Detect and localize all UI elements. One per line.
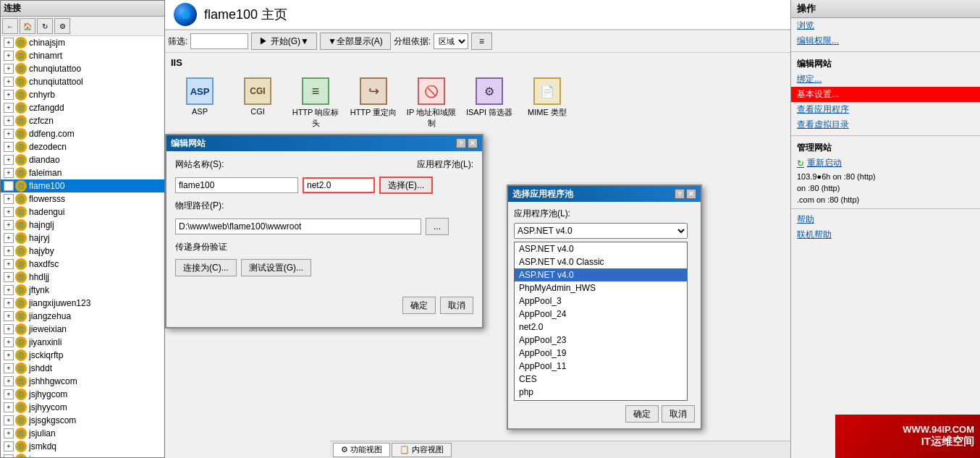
tree-expand-icon[interactable]: + (4, 272, 14, 282)
tree-expand-icon[interactable]: + (4, 233, 14, 243)
action-online-help[interactable]: 联机帮助 (791, 227, 980, 242)
tree-expand-icon[interactable]: + (4, 38, 14, 48)
tree-expand-icon[interactable]: + (4, 350, 14, 360)
tree-expand-icon[interactable]: + (4, 220, 14, 230)
tree-item-hajyby[interactable]: + 🌐 hajyby (1, 245, 164, 258)
action-basic-settings[interactable]: 基本设置... (791, 87, 980, 102)
tree-item-chinajsjm[interactable]: + 🌐 chinajsjm (1, 36, 164, 49)
tree-item-chunqiutattool[interactable]: + 🌐 chunqiutattool (1, 75, 164, 88)
cancel-btn[interactable]: 取消 (440, 297, 473, 314)
ok-btn[interactable]: 确定 (402, 297, 436, 314)
pool-item-ASP.NET-v4.0[interactable]: ASP.NET v4.0 (515, 242, 687, 255)
tree-expand-icon[interactable]: + (4, 77, 14, 87)
action-bindings[interactable]: 绑定... (791, 72, 980, 87)
tree-item-hhdljj[interactable]: + 🌐 hhdljj (1, 271, 164, 284)
start-btn[interactable]: ▶ 开始(G)▼ (251, 33, 317, 50)
iis-icon-asp[interactable]: ASP ASP (174, 77, 226, 129)
action-help[interactable]: 帮助 (791, 212, 980, 227)
tree-item-jsjsgkgscom[interactable]: + 🌐 jsjsgkgscom (1, 414, 164, 427)
tab-feature-view[interactable]: ⚙ 功能视图 (333, 443, 390, 457)
iis-icon-mime-types[interactable]: 📄 MIME 类型 (521, 77, 573, 129)
apppool-question-btn[interactable]: ? (675, 189, 685, 199)
tree-expand-icon[interactable]: + (4, 181, 14, 191)
tree-expand-icon[interactable]: + (4, 402, 14, 412)
action-view-apps[interactable]: 查看应用程序 (791, 102, 980, 117)
tab-content-view[interactable]: 📋 内容视图 (392, 443, 452, 457)
pool-item-AppPool_19[interactable]: AppPool_19 (515, 347, 687, 360)
iis-icon-isapi-filters[interactable]: ⚙ ISAPI 筛选器 (463, 77, 515, 129)
action-view-vdir[interactable]: 查看虚拟目录 (791, 117, 980, 132)
tree-item-hajnglj[interactable]: + 🌐 hajnglj (1, 219, 164, 232)
tree-expand-icon[interactable]: + (4, 194, 14, 204)
tree-item-haxdfsc[interactable]: + 🌐 haxdfsc (1, 258, 164, 271)
iis-icon-cgi[interactable]: CGI CGI (232, 77, 284, 129)
tree-expand-icon[interactable]: + (4, 142, 14, 152)
tree-item-jiyanxinli[interactable]: + 🌐 jiyanxinli (1, 336, 164, 349)
tree-expand-icon[interactable]: + (4, 376, 14, 386)
tree-expand-icon[interactable]: + (4, 363, 14, 373)
tree-item-cnhyrb[interactable]: + 🌐 cnhyrb (1, 88, 164, 101)
tree-item-jsmkdq[interactable]: + 🌐 jsmkdq (1, 440, 164, 453)
tree-item-chinamrt[interactable]: + 🌐 chinamrt (1, 49, 164, 62)
site-name-input[interactable] (175, 177, 298, 193)
tree-item-czfczn[interactable]: + 🌐 czfczn (1, 114, 164, 127)
action-restart[interactable]: ↻重新启动 (791, 156, 980, 171)
tree-item-jsjulian[interactable]: + 🌐 jsjulian (1, 427, 164, 440)
pool-item-net2.0[interactable]: net2.0 (515, 321, 687, 334)
action-edit-permissions[interactable]: 编辑权限... (791, 33, 980, 48)
tree-item-hajryj[interactable]: + 🌐 hajryj (1, 232, 164, 245)
tree-item-jftynk[interactable]: + 🌐 jftynk (1, 284, 164, 297)
titlebar-close-btn[interactable]: ✕ (468, 138, 478, 148)
tree-item-jsjhygcom[interactable]: + 🌐 jsjhygcom (1, 388, 164, 401)
tree-expand-icon[interactable]: + (4, 51, 14, 61)
tree-item-jsjhyycom[interactable]: + 🌐 jsjhyycom (1, 401, 164, 414)
tree-expand-icon[interactable]: + (4, 246, 14, 256)
tree-expand-icon[interactable]: + (4, 311, 14, 321)
tree-expand-icon[interactable]: + (4, 155, 14, 165)
tree-expand-icon[interactable]: + (4, 428, 14, 438)
toolbar-settings-btn[interactable]: ⚙ (54, 18, 70, 34)
tree-item-czfangdd[interactable]: + 🌐 czfangdd (1, 101, 164, 114)
group-by-select[interactable]: 区域 (434, 33, 468, 49)
tree-expand-icon[interactable]: + (4, 285, 14, 295)
pool-ok-btn[interactable]: 确定 (625, 405, 659, 423)
tree-expand-icon[interactable]: + (4, 168, 14, 178)
iis-icon-http-redirect[interactable]: ↪ HTTP 重定向 (347, 77, 400, 129)
tree-expand-icon[interactable]: + (4, 389, 14, 399)
toolbar-back-btn[interactable]: ← (2, 18, 18, 34)
app-pool-input[interactable] (303, 177, 375, 193)
pool-item-PhpMyAdmin_HWS[interactable]: PhpMyAdmin_HWS (515, 281, 687, 294)
show-all-btn[interactable]: ▼全部显示(A) (320, 33, 391, 50)
tree-item-flowersss[interactable]: + 🌐 flowersss (1, 192, 164, 205)
filter-input[interactable] (190, 33, 248, 49)
tree-expand-icon[interactable]: + (4, 64, 14, 74)
action-browse[interactable]: 浏览 (791, 18, 980, 33)
pool-item-ASP.NET-v4.0[interactable]: ASP.NET v4.0 (515, 268, 687, 281)
tree-item-hadengui[interactable]: + 🌐 hadengui (1, 205, 164, 219)
tree-expand-icon[interactable]: + (4, 259, 14, 269)
tree-expand-icon[interactable]: + (4, 129, 14, 139)
tree-item-jsnsgscom[interactable]: + 🌐 jsnsgscom (1, 453, 164, 457)
pool-item-AppPool_23[interactable]: AppPool_23 (515, 334, 687, 347)
tree-expand-icon[interactable]: + (4, 454, 14, 457)
pool-cancel-btn[interactable]: 取消 (662, 405, 695, 423)
pool-item-ASP.NET-v4.0-Classic[interactable]: ASP.NET v4.0 Classic (515, 255, 687, 268)
tree-expand-icon[interactable]: + (4, 415, 14, 425)
tree-item-dezodecn[interactable]: + 🌐 dezodecn (1, 140, 164, 153)
view-toggle-btn[interactable]: ≡ (471, 33, 492, 50)
select-pool-btn[interactable]: 选择(E)... (379, 177, 433, 194)
browse-path-btn[interactable]: ... (426, 218, 449, 235)
tree-item-jieweixian[interactable]: + 🌐 jieweixian (1, 323, 164, 336)
tree-expand-icon[interactable]: + (4, 207, 14, 217)
tree-expand-icon[interactable]: + (4, 298, 14, 308)
tree-item-jshhhgwcom[interactable]: + 🌐 jshhhgwcom (1, 375, 164, 388)
tree-item-chunqiutattoo[interactable]: + 🌐 chunqiutattoo (1, 62, 164, 75)
iis-icon-ip-security[interactable]: 🚫 IP 地址和域限制 (405, 77, 457, 129)
tree-item-jiangxijuwen123[interactable]: + 🌐 jiangxijuwen123 (1, 297, 164, 310)
tree-item-faleiman[interactable]: + 🌐 faleiman (1, 166, 164, 179)
pool-dropdown[interactable]: ASP.NET v4.0 (514, 223, 688, 239)
tree-expand-icon[interactable]: + (4, 116, 14, 126)
tree-expand-icon[interactable]: + (4, 337, 14, 347)
phys-path-input[interactable] (175, 219, 421, 234)
tree-expand-icon[interactable]: + (4, 441, 14, 451)
